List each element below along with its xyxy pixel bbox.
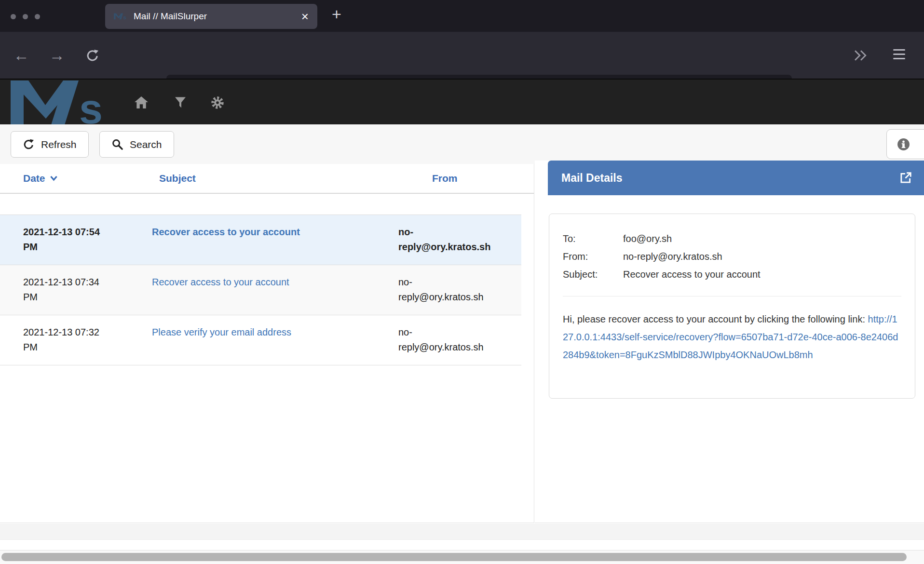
tab-close-icon[interactable]: × [301, 10, 309, 23]
window-controls[interactable] [11, 14, 40, 19]
mail-row[interactable]: 2021-12-13 07:54 PM Recover access to yo… [0, 215, 521, 265]
mail-field-label: To: [563, 230, 623, 248]
search-icon [111, 138, 123, 150]
app-header: s [0, 79, 924, 124]
mail-field-value: Recover access to your account [623, 266, 761, 283]
info-icon [897, 138, 910, 151]
mail-from: no-reply@ory.kratos.sh [375, 275, 521, 305]
horizontal-scrollbar[interactable] [0, 550, 924, 564]
browser-window: s Mail // MailSlurper × + ← → [0, 0, 924, 564]
bottom-spacer [0, 524, 924, 539]
mail-details-heading: Mail Details [548, 161, 924, 195]
gear-icon[interactable] [211, 96, 224, 111]
mail-field-label: From: [563, 248, 623, 266]
mailslurper-favicon: s [114, 13, 127, 20]
menu-hamburger-icon[interactable] [893, 49, 905, 59]
column-header-from[interactable]: From [375, 173, 521, 184]
mail-date: 2021-12-13 07:32 PM [0, 325, 129, 355]
mail-body-text: Hi, please recover access to your accoun… [563, 314, 868, 324]
mail-details-card: To: foo@ory.sh From: no-reply@ory.kratos… [549, 214, 915, 399]
back-icon[interactable]: ← [9, 32, 34, 79]
mail-header-fields: To: foo@ory.sh From: no-reply@ory.kratos… [563, 230, 901, 283]
open-in-new-window-icon[interactable] [899, 171, 912, 185]
refresh-icon [23, 138, 35, 150]
mail-subject: Recover access to your account [129, 225, 375, 255]
mail-details-panel: Mail Details To: foo@ory.sh [535, 161, 924, 523]
chevron-down-icon [50, 175, 58, 181]
info-button[interactable] [886, 129, 924, 159]
scrollbar-thumb[interactable] [1, 553, 907, 561]
mail-details-title: Mail Details [561, 172, 623, 185]
overflow-chevrons-icon[interactable] [853, 49, 869, 64]
new-tab-button[interactable]: + [332, 5, 341, 24]
mail-field-label: Subject: [563, 266, 623, 283]
column-header-subject[interactable]: Subject [129, 173, 375, 184]
mail-field-value: no-reply@ory.kratos.sh [623, 248, 722, 266]
mail-date: 2021-12-13 07:34 PM [0, 275, 129, 305]
refresh-button[interactable]: Refresh [11, 131, 89, 158]
mail-field-row: To: foo@ory.sh [563, 230, 901, 248]
mail-subject-link[interactable]: Recover access to your account [152, 227, 300, 237]
refresh-label: Refresh [41, 139, 77, 150]
column-header-date[interactable]: Date [0, 173, 129, 184]
tab-mailslurper[interactable]: s Mail // MailSlurper × [105, 4, 317, 29]
mailslurper-logo: s [11, 81, 109, 125]
svg-text:s: s [79, 85, 103, 125]
window-dot[interactable] [35, 14, 40, 19]
mail-subject: Recover access to your account [129, 275, 375, 305]
mail-date: 2021-12-13 07:54 PM [0, 225, 129, 255]
search-label: Search [130, 139, 162, 150]
filter-icon[interactable] [174, 96, 187, 111]
mail-list-panel: Date Subject From 2021-12-13 07:54 PM Re… [0, 164, 534, 523]
mail-list-header: Date Subject From [0, 164, 534, 194]
page-footer-strip [0, 539, 924, 550]
mail-field-row: Subject: Recover access to your account [563, 266, 901, 283]
window-dot[interactable] [23, 14, 28, 19]
tab-strip: s Mail // MailSlurper × + [0, 0, 924, 32]
mail-row[interactable]: 2021-12-13 07:34 PM Recover access to yo… [0, 265, 521, 315]
mail-subject-link[interactable]: Recover access to your account [152, 277, 289, 287]
window-dot[interactable] [11, 14, 16, 19]
home-icon[interactable] [135, 96, 148, 111]
mail-subject: Please verify your email address [129, 325, 375, 355]
mail-body: Hi, please recover access to your accoun… [563, 310, 901, 364]
svg-text:s: s [123, 14, 126, 20]
mail-from: no-reply@ory.kratos.sh [375, 325, 521, 355]
navigation-bar: ← → 127.0.0.1:4436/# 90% [0, 32, 924, 79]
mail-subject-link[interactable]: Please verify your email address [152, 327, 291, 337]
card-divider [563, 296, 901, 296]
reload-icon[interactable] [80, 32, 105, 79]
forward-icon[interactable]: → [44, 32, 69, 79]
mail-from: no-reply@ory.kratos.sh [375, 225, 521, 255]
mail-field-value: foo@ory.sh [623, 230, 672, 248]
toolbar: Refresh Search [0, 124, 924, 164]
mail-rows: 2021-12-13 07:54 PM Recover access to yo… [0, 215, 521, 365]
mail-field-row: From: no-reply@ory.kratos.sh [563, 248, 901, 266]
mail-row[interactable]: 2021-12-13 07:32 PM Please verify your e… [0, 315, 521, 365]
date-column-label: Date [23, 173, 45, 184]
search-button[interactable]: Search [99, 131, 174, 158]
tab-title: Mail // MailSlurper [134, 11, 207, 22]
